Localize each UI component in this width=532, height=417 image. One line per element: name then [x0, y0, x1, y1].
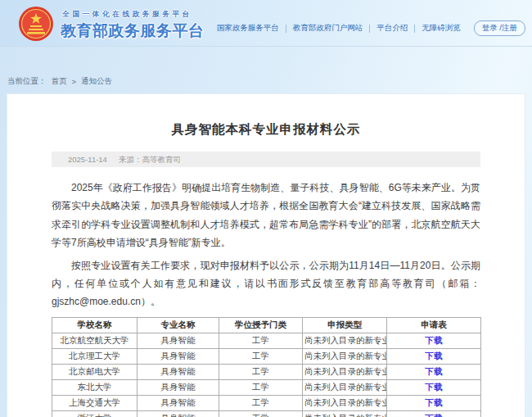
- cell-download: 下载: [387, 395, 481, 410]
- cell-type: 尚未列入目录的新专业: [303, 364, 387, 379]
- download-link[interactable]: 下载: [426, 366, 443, 376]
- nav-link-national-platform[interactable]: 国家政务服务平台: [210, 23, 286, 34]
- download-link[interactable]: 下载: [426, 382, 443, 392]
- cell-download: 下载: [387, 364, 481, 379]
- cell-degree: 工学: [219, 348, 303, 364]
- cell-major: 具身智能: [138, 410, 219, 417]
- col-application-form: 申请表: [387, 317, 481, 333]
- cell-degree: 工学: [219, 395, 303, 410]
- article-body: 2025年《政府工作报告》明确提出培育生物制造、量子科技、具身智能、6G等未来产…: [52, 179, 480, 311]
- article-source: 来源：高等教育司: [119, 152, 181, 167]
- cell-school: 浙江大学: [52, 410, 138, 417]
- download-link[interactable]: 下载: [426, 335, 443, 345]
- cell-degree: 工学: [219, 333, 303, 348]
- table-row: 北京邮电大学具身智能工学尚未列入目录的新专业下载: [52, 364, 481, 379]
- cell-download: 下载: [387, 410, 481, 417]
- col-application-type: 申报类型: [303, 317, 387, 333]
- cell-school: 北京理工大学: [52, 348, 138, 364]
- download-link[interactable]: 下载: [426, 397, 443, 407]
- cell-type: 尚未列入目录的新专业: [303, 410, 387, 417]
- cell-download: 下载: [387, 348, 481, 364]
- breadcrumb-prefix: 当前位置：: [7, 76, 47, 87]
- notice-card: 具身智能本科专业申报材料公示 2025-11-14 来源：高等教育司 2025年…: [7, 93, 525, 417]
- table-row: 东北大学具身智能工学尚未列入目录的新专业下载: [52, 379, 481, 395]
- cell-type: 尚未列入目录的新专业: [303, 395, 387, 410]
- paragraph: 2025年《政府工作报告》明确提出培育生物制造、量子科技、具身智能、6G等未来产…: [52, 179, 480, 252]
- cell-type: 尚未列入目录的新专业: [303, 379, 387, 395]
- platform-small-title: 全国一体化在线政务服务平台: [62, 9, 192, 20]
- page: { "colors": { "brand_blue": "#3f80cf", "…: [0, 0, 532, 417]
- nav-link-platform-intro[interactable]: 平台介绍: [370, 23, 414, 34]
- cell-type: 尚未列入目录的新专业: [303, 333, 387, 348]
- cell-type: 尚未列入目录的新专业: [303, 348, 387, 364]
- application-table: 学校名称 专业名称 学位授予门类 申报类型 申请表 北京航空航天大学具身智能工学…: [52, 317, 481, 417]
- table-row: 浙江大学具身智能工学尚未列入目录的新专业下载: [52, 410, 481, 417]
- cell-degree: 工学: [219, 364, 303, 379]
- cell-major: 具身智能: [138, 395, 219, 410]
- cell-degree: 工学: [219, 410, 303, 417]
- breadcrumb-current: 通知公告: [81, 76, 112, 87]
- download-link[interactable]: 下载: [426, 351, 443, 360]
- article-meta-bar: 2025-11-14 来源：高等教育司: [52, 152, 480, 167]
- download-link[interactable]: 下载: [426, 413, 443, 417]
- nav-link-accessibility[interactable]: 无障碍浏览: [415, 23, 467, 34]
- table-row: 北京航空航天大学具身智能工学尚未列入目录的新专业下载: [52, 333, 481, 348]
- platform-title: 教育部政务服务平台: [61, 20, 205, 42]
- cell-major: 具身智能: [138, 379, 219, 395]
- publish-date: 2025-11-14: [68, 152, 107, 167]
- col-school-name: 学校名称: [52, 317, 138, 333]
- site-header: 全国一体化在线政务服务平台 教育部政务服务平台 国家政务服务平台 教育部政府门户…: [0, 0, 532, 47]
- breadcrumb-home[interactable]: 首页: [52, 76, 67, 87]
- cell-degree: 工学: [219, 379, 303, 395]
- table-header-row: 学校名称 专业名称 学位授予门类 申报类型 申请表: [52, 317, 481, 333]
- col-major-name: 专业名称: [138, 317, 219, 333]
- cell-major: 具身智能: [138, 348, 219, 364]
- cell-school: 北京邮电大学: [52, 364, 138, 379]
- table-row: 上海交通大学具身智能工学尚未列入目录的新专业下载: [52, 395, 481, 410]
- col-degree-category: 学位授予门类: [219, 317, 303, 333]
- table-body: 北京航空航天大学具身智能工学尚未列入目录的新专业下载北京理工大学具身智能工学尚未…: [52, 333, 481, 417]
- nav-link-moe-portal[interactable]: 教育部政府门户网站: [286, 23, 370, 34]
- cell-major: 具身智能: [138, 333, 219, 348]
- national-emblem-icon: [18, 6, 54, 42]
- top-nav: 国家政务服务平台 教育部政府门户网站 平台介绍 无障碍浏览 登录 /注册: [210, 20, 525, 36]
- cell-school: 北京航空航天大学: [52, 333, 138, 348]
- login-register-button[interactable]: 登录 /注册: [474, 20, 525, 36]
- cell-school: 上海交通大学: [52, 395, 138, 410]
- table-row: 北京理工大学具身智能工学尚未列入目录的新专业下载: [52, 348, 481, 364]
- cell-download: 下载: [387, 333, 481, 348]
- breadcrumb-separator: >: [72, 77, 77, 86]
- paragraph: 按照专业设置有关工作要求，现对申报材料予以公示，公示期为11月14日—11月20…: [52, 256, 480, 311]
- cell-download: 下载: [387, 379, 481, 395]
- cell-school: 东北大学: [52, 379, 138, 395]
- breadcrumb: 当前位置： 首页 > 通知公告: [7, 76, 117, 87]
- page-title: 具身智能本科专业申报材料公示: [7, 121, 525, 138]
- cell-major: 具身智能: [138, 364, 219, 379]
